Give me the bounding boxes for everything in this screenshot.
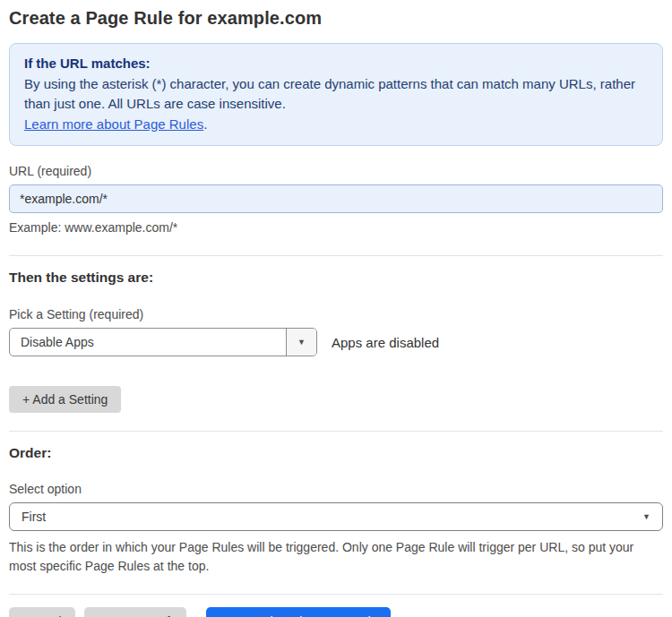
select-option-label: Select option <box>9 482 663 496</box>
cancel-button[interactable]: Cancel <box>9 607 75 617</box>
chevron-down-icon: ▼ <box>642 513 650 521</box>
url-example-helper: Example: www.example.com/* <box>9 219 663 237</box>
learn-more-link[interactable]: Learn more about Page Rules <box>24 116 203 132</box>
order-select[interactable]: First ▼ <box>9 502 663 531</box>
settings-heading: Then the settings are: <box>9 270 663 286</box>
setting-row: Disable Apps ▼ Apps are disabled <box>9 328 663 356</box>
chevron-down-icon: ▼ <box>297 338 306 347</box>
setting-dropdown-arrow-button[interactable]: ▼ <box>286 329 316 356</box>
section-divider <box>9 594 663 595</box>
save-deploy-button[interactable]: Save and Deploy Page Rule <box>206 607 391 617</box>
pick-setting-label: Pick a Setting (required) <box>9 307 663 321</box>
order-heading: Order: <box>9 445 663 461</box>
section-divider <box>9 255 663 256</box>
info-box-body: By using the asterisk (*) character, you… <box>24 74 648 115</box>
setting-dropdown[interactable]: Disable Apps ▼ <box>9 328 317 356</box>
url-match-info-box: If the URL matches: By using the asteris… <box>9 43 663 146</box>
setting-dropdown-value: Disable Apps <box>10 329 286 356</box>
page-title: Create a Page Rule for example.com <box>9 8 663 29</box>
link-period: . <box>203 116 207 132</box>
order-helper-text: This is the order in which your Page Rul… <box>9 538 663 576</box>
section-divider <box>9 431 663 432</box>
info-box-heading: If the URL matches: <box>24 54 648 74</box>
create-page-rule-form: Create a Page Rule for example.com If th… <box>0 0 672 617</box>
url-label: URL (required) <box>9 164 663 178</box>
url-input[interactable] <box>9 184 663 213</box>
setting-status-text: Apps are disabled <box>332 335 439 350</box>
info-box-link-row: Learn more about Page Rules. <box>24 115 648 135</box>
form-actions: Cancel Save as Draft Save and Deploy Pag… <box>9 607 663 617</box>
add-setting-button[interactable]: + Add a Setting <box>9 386 121 413</box>
order-select-value: First <box>22 510 46 524</box>
save-draft-button[interactable]: Save as Draft <box>84 607 187 617</box>
